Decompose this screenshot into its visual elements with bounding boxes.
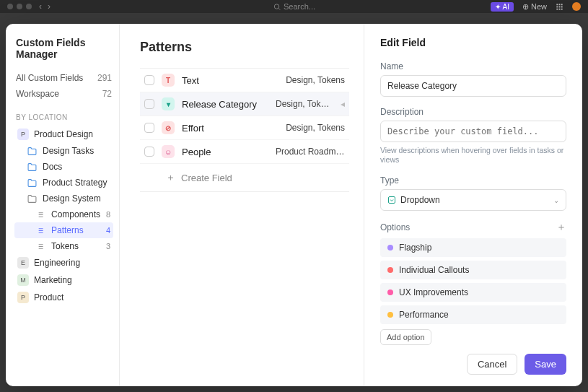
add-option-icon[interactable]: ＋	[556, 221, 566, 234]
panel-title: Edit Field	[380, 37, 566, 48]
field-row-people[interactable]: ☺ People Product Roadmap	[140, 140, 349, 164]
field-row-release-category[interactable]: ▾ Release Category Design, Tokens ◂	[140, 92, 349, 116]
list-label: Tokens	[51, 241, 79, 251]
option-ux-improvements[interactable]: UX Improvements	[380, 283, 566, 302]
custom-fields-modal: Custom Fields Manager All Custom Fields …	[6, 24, 582, 386]
type-dropdown[interactable]: Dropdown ⌄	[380, 189, 566, 211]
folder-icon	[27, 178, 38, 188]
search-placeholder: Search...	[284, 2, 315, 11]
space-product[interactable]: P Product	[14, 289, 113, 306]
checkbox[interactable]	[144, 75, 154, 85]
svg-rect-6	[559, 6, 561, 7]
space-label: Marketing	[34, 275, 72, 285]
space-label: Product	[34, 292, 63, 302]
field-location: Product Roadmap	[276, 147, 345, 157]
folder-docs[interactable]: Docs	[14, 159, 113, 175]
color-dot-icon	[387, 312, 393, 318]
option-performance[interactable]: Performance	[380, 305, 566, 324]
folder-open-icon	[27, 193, 38, 204]
folder-product-strategy[interactable]: Product Strategy	[14, 175, 113, 191]
checkbox[interactable]	[144, 99, 154, 109]
label-description: Description	[380, 107, 566, 117]
field-name: Release Category	[182, 99, 268, 110]
filter-all[interactable]: All Custom Fields 291	[14, 70, 113, 86]
folder-icon	[27, 162, 38, 172]
add-option-button[interactable]: Add option	[380, 329, 431, 345]
folder-design-tasks[interactable]: Design Tasks	[14, 143, 113, 159]
field-row-text[interactable]: T Text Design, Tokens	[140, 69, 349, 92]
svg-rect-7	[561, 6, 563, 7]
space-badge-icon: M	[17, 274, 29, 286]
filter-workspace-count: 72	[102, 89, 112, 99]
dropdown-icon	[387, 196, 396, 204]
folder-design-system[interactable]: Design System	[14, 191, 113, 206]
folder-label: Docs	[43, 162, 62, 172]
color-dot-icon	[387, 245, 393, 251]
space-engineering[interactable]: E Engineering	[14, 254, 113, 271]
option-flagship[interactable]: Flagship	[380, 238, 566, 257]
filter-all-count: 291	[97, 73, 112, 83]
list-patterns[interactable]: Patterns 4	[14, 222, 113, 238]
apps-icon[interactable]	[556, 3, 563, 11]
nav-forward-icon[interactable]: ›	[48, 1, 51, 12]
field-location: Design, Tokens	[286, 75, 345, 85]
save-button[interactable]: Save	[525, 354, 566, 375]
cancel-button[interactable]: Cancel	[467, 354, 517, 375]
space-badge-icon: E	[17, 257, 29, 269]
sidebar-title: Custom Fields Manager	[14, 37, 113, 60]
plus-icon: ＋	[166, 171, 175, 184]
checkbox[interactable]	[144, 147, 154, 157]
folder-label: Product Strategy	[43, 178, 107, 188]
type-badge-icon: T	[162, 74, 175, 87]
space-label: Product Design	[34, 129, 93, 139]
page-title: Patterns	[140, 40, 349, 55]
field-name: Text	[182, 75, 268, 86]
search-input[interactable]: Search...	[273, 2, 315, 11]
filter-all-label: All Custom Fields	[16, 73, 83, 83]
svg-rect-3	[559, 4, 561, 5]
window-controls[interactable]	[7, 4, 32, 9]
option-individual-callouts[interactable]: Individual Callouts	[380, 261, 566, 279]
avatar[interactable]	[572, 2, 581, 11]
space-product-design[interactable]: P Product Design	[14, 126, 113, 143]
option-label: Performance	[399, 310, 449, 320]
type-badge-icon: ▾	[162, 97, 175, 110]
type-badge-icon: ⊘	[162, 121, 175, 134]
list-tokens[interactable]: Tokens 3	[14, 238, 113, 254]
field-name: People	[182, 147, 268, 157]
svg-rect-2	[556, 4, 558, 5]
color-dot-icon	[387, 289, 393, 295]
chevron-down-icon: ⌄	[553, 196, 559, 204]
description-hint: View descriptions when hovering over fie…	[380, 146, 566, 165]
list-icon	[36, 241, 46, 251]
description-textarea[interactable]	[380, 121, 566, 142]
option-label: UX Improvements	[399, 287, 468, 297]
list-count: 8	[106, 210, 110, 219]
list-components[interactable]: Components 8	[14, 206, 113, 222]
field-row-effort[interactable]: ⊘ Effort Design, Tokens	[140, 116, 349, 140]
svg-line-1	[278, 8, 280, 9]
svg-rect-8	[556, 8, 558, 9]
create-field-button[interactable]: ＋ Create Field	[140, 164, 349, 192]
checkbox[interactable]	[144, 123, 154, 133]
type-value: Dropdown	[400, 195, 440, 205]
name-input[interactable]	[380, 75, 566, 97]
new-button[interactable]: ⊕ New	[522, 2, 547, 12]
list-label: Patterns	[51, 225, 84, 235]
search-icon	[273, 3, 281, 11]
filter-workspace[interactable]: Workspace 72	[14, 86, 113, 102]
section-label: BY LOCATION	[16, 113, 113, 121]
svg-rect-9	[559, 8, 561, 9]
folder-label: Design Tasks	[43, 146, 94, 156]
type-badge-icon: ☺	[162, 145, 175, 158]
create-field-label: Create Field	[181, 173, 232, 183]
svg-point-0	[274, 4, 278, 8]
ai-badge[interactable]: ✦ AI	[491, 2, 514, 12]
space-badge-icon: P	[17, 129, 29, 140]
field-location: Design, Tokens	[286, 123, 345, 133]
list-count: 4	[106, 226, 110, 235]
chevron-left-icon: ◂	[341, 99, 345, 109]
nav-back-icon[interactable]: ‹	[39, 1, 42, 12]
filter-workspace-label: Workspace	[16, 89, 59, 99]
space-marketing[interactable]: M Marketing	[14, 271, 113, 289]
